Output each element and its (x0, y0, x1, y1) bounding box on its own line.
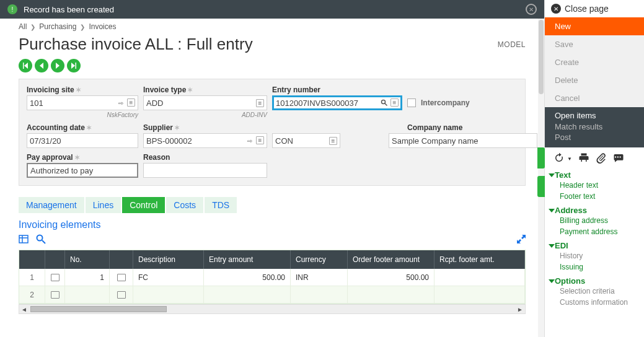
comment-icon[interactable] (613, 152, 624, 165)
selection-criteria-link[interactable]: Selection criteria (550, 286, 639, 297)
tab-tds[interactable]: TDS (205, 197, 237, 213)
cell-currency[interactable]: INR (291, 269, 348, 286)
table-row[interactable]: 1 1 FC 500.00 INR 500.00 (19, 269, 525, 286)
company-name-input[interactable] (392, 136, 534, 146)
payment-address-link[interactable]: Payment address (550, 226, 639, 237)
footer-text-link[interactable]: Footer text (550, 191, 639, 202)
card-icon[interactable]: ≡ (256, 136, 264, 144)
row-action-icon[interactable] (45, 286, 65, 303)
nav-next-icon[interactable] (51, 59, 64, 72)
tab-control[interactable]: Control (122, 197, 165, 213)
tab-lines[interactable]: Lines (86, 197, 121, 213)
reason-field[interactable] (143, 163, 267, 178)
supplier-input[interactable] (146, 136, 245, 146)
delete-button[interactable]: Delete (545, 71, 644, 89)
scroll-left-icon[interactable]: ◄ (19, 305, 29, 313)
cell-entry-amount[interactable] (204, 286, 291, 303)
col-entry-amount[interactable]: Entry amount (204, 250, 291, 269)
refresh-icon[interactable] (554, 152, 565, 165)
link-icon[interactable]: ⇨ (245, 136, 254, 145)
section-options[interactable]: Options (550, 276, 639, 286)
supplier-code-input[interactable] (275, 136, 329, 146)
reason-input[interactable] (146, 166, 264, 175)
supplier-field[interactable]: ⇨ ≡ (143, 133, 267, 148)
nav-last-icon[interactable] (67, 59, 81, 72)
section-edi[interactable]: EDI (550, 241, 639, 250)
edi-issuing-link[interactable]: Issuing (550, 261, 639, 273)
intercompany-checkbox[interactable] (407, 98, 416, 107)
card-icon[interactable]: ≡ (329, 137, 337, 145)
accounting-date-field[interactable] (27, 133, 138, 148)
pay-approval-input[interactable] (30, 166, 135, 175)
table-row[interactable]: 2 (19, 286, 525, 304)
notification-close-icon[interactable]: ✕ (526, 4, 537, 15)
grid-h-scrollbar[interactable]: ◄ ► (19, 304, 526, 314)
close-page-button[interactable]: ✕ Close page (545, 0, 644, 17)
company-name-field[interactable] (389, 133, 537, 148)
create-button[interactable]: Create (545, 53, 644, 71)
print-icon[interactable] (578, 152, 589, 165)
entry-number-field[interactable]: ≡ (272, 95, 402, 110)
cancel-button[interactable]: Cancel (545, 89, 644, 107)
scroll-thumb[interactable] (30, 306, 167, 312)
edi-history-link[interactable]: History (550, 250, 639, 261)
expand-icon[interactable] (517, 235, 526, 245)
supplier-label: Supplier✶ (143, 123, 267, 132)
row-card-icon[interactable] (110, 286, 133, 303)
header-text-link[interactable]: Header text (550, 180, 639, 191)
side-expand-tab[interactable] (537, 147, 545, 168)
pay-approval-field[interactable] (27, 163, 138, 178)
search-icon[interactable] (380, 98, 389, 107)
section-address[interactable]: Address (550, 206, 639, 215)
nav-prev-icon[interactable] (35, 59, 48, 72)
section-text[interactable]: Text (550, 170, 639, 180)
col-order-footer[interactable]: Order footer amount (348, 250, 434, 269)
attachment-icon[interactable] (596, 152, 607, 165)
row-card-icon[interactable] (110, 269, 133, 286)
customs-info-link[interactable]: Customs information (550, 297, 639, 308)
card-icon[interactable]: ≡ (390, 98, 399, 107)
col-description[interactable]: Description (133, 250, 204, 269)
link-icon[interactable]: ⇨ (117, 98, 125, 107)
breadcrumb-item[interactable]: Purchasing (39, 22, 76, 31)
cell-entry-amount[interactable]: 500.00 (204, 269, 291, 286)
cell-currency[interactable] (291, 286, 348, 303)
card-icon[interactable]: ≡ (127, 98, 135, 107)
new-button[interactable]: New (545, 17, 644, 35)
grid-detail-icon[interactable] (19, 235, 29, 245)
post-link[interactable]: Post (555, 132, 634, 142)
cell-order-footer[interactable]: 500.00 (348, 269, 434, 286)
invoice-type-field[interactable]: ≡ (143, 95, 267, 110)
chevron-down-icon[interactable]: ▼ (567, 156, 572, 162)
cell-no[interactable]: 1 (65, 269, 110, 286)
supplier-code-field[interactable]: ≡ (272, 133, 340, 148)
invoicing-site-field[interactable]: ⇨ ≡ (27, 95, 138, 110)
cell-rcpt-footer[interactable] (434, 269, 525, 286)
scroll-right-icon[interactable]: ► (515, 305, 525, 313)
entry-number-input[interactable] (276, 98, 380, 108)
invoicing-site-input[interactable] (30, 98, 117, 108)
col-rcpt-footer[interactable]: Rcpt. footer amt. (434, 250, 525, 269)
accounting-date-input[interactable] (30, 136, 135, 146)
match-results-link[interactable]: Match results (555, 121, 634, 132)
col-no[interactable]: No. (65, 250, 110, 269)
panel-collapse-tab[interactable] (537, 176, 545, 197)
cell-order-footer[interactable] (348, 286, 434, 303)
cell-rcpt-footer[interactable] (434, 286, 525, 303)
row-action-icon[interactable] (45, 269, 65, 286)
cell-no[interactable] (65, 286, 110, 303)
tab-management[interactable]: Management (19, 197, 84, 213)
nav-first-icon[interactable] (19, 59, 32, 72)
card-icon[interactable]: ≡ (256, 99, 264, 107)
cell-description[interactable]: FC (133, 269, 204, 286)
billing-address-link[interactable]: Billing address (550, 215, 639, 226)
open-items-link[interactable]: Open items (555, 111, 634, 121)
breadcrumb-item[interactable]: Invoices (89, 22, 116, 31)
save-button[interactable]: Save (545, 35, 644, 53)
invoice-type-input[interactable] (146, 98, 256, 108)
col-currency[interactable]: Currency (291, 250, 348, 269)
tab-costs[interactable]: Costs (166, 197, 203, 213)
cell-description[interactable] (133, 286, 204, 303)
grid-search-icon[interactable] (36, 234, 46, 246)
breadcrumb-item[interactable]: All (19, 22, 27, 31)
